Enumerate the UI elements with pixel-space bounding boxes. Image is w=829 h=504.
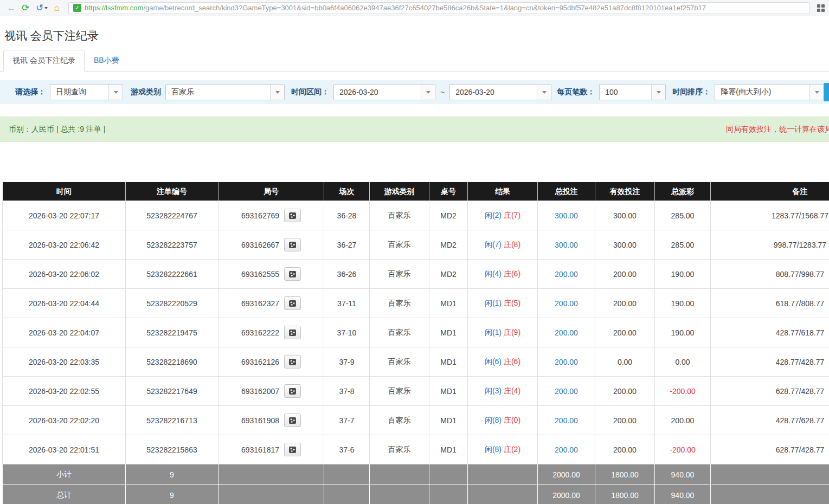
- column-header-3: 局号: [219, 183, 324, 201]
- page-size-label: 每页笔数：: [557, 87, 595, 97]
- result-player: 闲(6): [485, 357, 502, 366]
- table-row: 2026-03-20 22:01:51523282215863693161817…: [3, 435, 829, 464]
- grand-total-row-payout: 940.00: [655, 485, 711, 504]
- round-replay-button[interactable]: [284, 355, 301, 369]
- address-bar[interactable]: ✓ https://lssfmm.com/game/betrecord_sear…: [68, 2, 809, 14]
- undo-dropdown-icon[interactable]: [44, 7, 48, 9]
- cell-game-type: 百家乐: [370, 406, 429, 435]
- table-row: 2026-03-20 22:06:42523282223757693162667…: [3, 230, 829, 260]
- summary-bar: 币别：人民币 | 总共 :9 注单 | 同局有效投注，统一计算在该局: [0, 117, 829, 142]
- refresh-icon[interactable]: ⟳: [18, 1, 33, 16]
- cell-time: 2026-03-20 22:07:17: [3, 201, 126, 230]
- total-bet-link[interactable]: 200.00: [555, 328, 578, 337]
- cell-game-type: 百家乐: [370, 318, 429, 347]
- cell-result: 闲(2) 庄(7): [468, 201, 538, 230]
- page-size-select[interactable]: 100: [599, 84, 666, 100]
- cell-total-bet: 200.00: [538, 435, 595, 464]
- round-replay-button[interactable]: [284, 413, 301, 427]
- cell-result: 闲(3) 庄(4): [468, 377, 538, 406]
- round-replay-button[interactable]: [284, 443, 301, 456]
- round-replay-button[interactable]: [284, 267, 301, 281]
- subtotal-row-session: [324, 464, 370, 485]
- grand-total-row: 总计92000.001800.00940.00: [3, 485, 829, 504]
- dice-icon: [288, 417, 297, 424]
- url-host: lssfmm.com: [106, 4, 143, 12]
- cell-round-number: 693162126: [219, 347, 324, 377]
- result-player: 闲(4): [485, 269, 502, 278]
- round-replay-button[interactable]: [284, 384, 301, 398]
- back-icon[interactable]: ←: [4, 1, 18, 16]
- table-row: 2026-03-20 22:03:35523282218690693162126…: [3, 347, 829, 377]
- tab-bet-records[interactable]: 视讯 会员下注纪录: [3, 50, 85, 72]
- column-header-2: 注单编号: [126, 183, 219, 201]
- cell-time: 2026-03-20 22:01:51: [3, 435, 126, 464]
- summary-notice: 同局有效投注，统一计算在该局: [726, 125, 829, 134]
- total-bet-link[interactable]: 200.00: [555, 358, 578, 366]
- table-row: 2026-03-20 22:02:20523282216713693161908…: [3, 406, 829, 435]
- result-banker: 庄(8): [504, 240, 520, 249]
- column-header-9: 有效投注: [595, 183, 655, 201]
- sort-order-label: 时间排序：: [672, 87, 710, 97]
- game-type-select[interactable]: 百家乐: [165, 84, 285, 100]
- cell-session: 37-7: [324, 406, 370, 435]
- dice-icon: [288, 446, 297, 454]
- cell-session: 37-10: [324, 318, 370, 347]
- cell-remark: 618.77/808.77: [711, 289, 829, 318]
- cell-payout: -200.00: [655, 435, 711, 464]
- cell-total-bet: 200.00: [538, 406, 595, 435]
- total-bet-link[interactable]: 200.00: [555, 270, 578, 279]
- bet-records-table: 时间注单编号局号场次游戏类别桌号结果总投注有效投注总派彩备注 2026-03-2…: [2, 182, 829, 504]
- cell-time: 2026-03-20 22:03:35: [3, 347, 126, 377]
- subtotal-row-result: [468, 464, 538, 485]
- cell-total-bet: 200.00: [538, 260, 595, 289]
- subtotal-row-label: 小计: [3, 464, 126, 485]
- result-banker: 庄(6): [504, 269, 520, 278]
- cell-table-number: MD2: [429, 201, 468, 230]
- cell-table-number: MD1: [429, 318, 468, 347]
- round-replay-button[interactable]: [284, 209, 301, 222]
- total-bet-link[interactable]: 200.00: [555, 387, 578, 396]
- total-bet-link[interactable]: 300.00: [555, 241, 578, 249]
- total-bet-link[interactable]: 200.00: [555, 416, 578, 425]
- round-replay-button[interactable]: [284, 326, 301, 339]
- home-icon[interactable]: ⌂: [50, 1, 64, 16]
- cell-round-number: 693162007: [219, 377, 324, 406]
- cell-session: 37-8: [324, 377, 370, 406]
- cell-valid-bet: 0.00: [595, 347, 655, 377]
- dice-icon: [288, 212, 297, 219]
- cell-bet-number: 523282223757: [126, 230, 219, 260]
- search-button[interactable]: [824, 83, 829, 101]
- cell-time: 2026-03-20 22:06:42: [3, 230, 126, 260]
- date-to-select[interactable]: 2026-03-20: [449, 84, 551, 100]
- column-header-11: 备注: [711, 183, 829, 201]
- dice-icon: [288, 358, 297, 366]
- total-bet-link[interactable]: 200.00: [555, 445, 578, 454]
- cell-payout: 200.00: [655, 406, 711, 435]
- page: ← ⟳ ↺ ⌂ ✓ https://lssfmm.com/game/betrec…: [0, 0, 829, 504]
- query-mode-select[interactable]: 日期查询: [50, 84, 123, 100]
- cell-payout: 190.00: [655, 260, 711, 289]
- tab-bb-tip[interactable]: BB小费: [85, 50, 128, 72]
- cell-valid-bet: 300.00: [595, 201, 655, 230]
- apps-grid-icon[interactable]: [817, 4, 825, 12]
- cell-game-type: 百家乐: [370, 377, 429, 406]
- filter-bar: 请选择： 日期查询 游戏类别 百家乐 时间区间： 2026-03-20 ~ 20…: [0, 80, 829, 104]
- cell-game-type: 百家乐: [370, 260, 429, 289]
- round-replay-button[interactable]: [284, 296, 301, 310]
- grand-total-row-label: 总计: [3, 485, 126, 504]
- column-header-7: 结果: [468, 183, 538, 201]
- cell-payout: -200.00: [655, 377, 711, 406]
- subtotal-row-total-bet: 2000.00: [538, 464, 595, 485]
- result-player: 闲(1): [485, 299, 502, 307]
- cell-round-number: 693161817: [219, 435, 324, 464]
- total-bet-link[interactable]: 200.00: [555, 299, 578, 308]
- sort-order-select[interactable]: 降幂(由大到小): [715, 84, 824, 100]
- total-bet-link[interactable]: 300.00: [555, 211, 578, 220]
- round-replay-button[interactable]: [284, 238, 301, 251]
- cell-game-type: 百家乐: [370, 230, 429, 260]
- round-number-text: 693162327: [241, 299, 279, 308]
- cell-table-number: MD1: [429, 406, 468, 435]
- result-player: 闲(8): [485, 416, 502, 424]
- date-from-select[interactable]: 2026-03-20: [333, 84, 435, 100]
- chevron-down-icon: [270, 85, 284, 100]
